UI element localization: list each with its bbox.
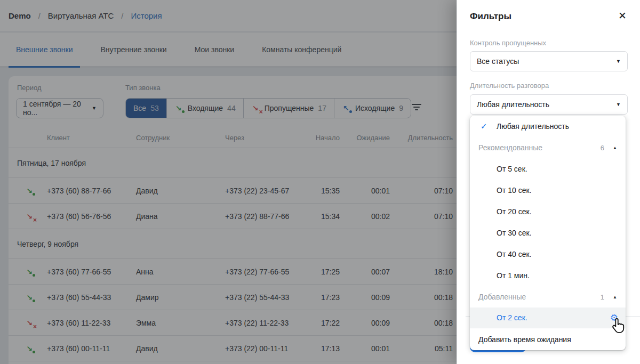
- close-icon[interactable]: ✕: [618, 11, 627, 21]
- dropdown-option[interactable]: От 20 сек.: [470, 201, 626, 222]
- dropdown-option-label: От 1 мин.: [497, 271, 530, 280]
- dropdown-option[interactable]: От 1 мин.: [470, 265, 626, 286]
- section-label: Рекомендованные: [478, 143, 542, 152]
- dropdown-option[interactable]: От 10 сек.: [470, 180, 626, 201]
- panel-title: Фильтры: [470, 11, 511, 22]
- chevron-down-icon: ▼: [616, 59, 621, 64]
- missed-control-select[interactable]: Все статусы ▼: [470, 51, 628, 71]
- collapse-icon[interactable]: ▲: [613, 145, 617, 150]
- dropdown-section-added[interactable]: Добавленные 1 ▲: [470, 286, 626, 308]
- dropdown-option-custom[interactable]: От 2 сек. ⚙: [470, 308, 626, 328]
- filters-panel: Фильтры ✕ Контроль пропущенных Все стату…: [457, 0, 640, 364]
- section-label: Добавленные: [478, 293, 526, 301]
- dropdown-option-label: От 20 сек.: [497, 207, 531, 216]
- dropdown-section-recommended[interactable]: Рекомендованные 6 ▲: [470, 137, 626, 158]
- duration-select[interactable]: Любая длительность ▼: [470, 94, 628, 115]
- add-wait-time-option[interactable]: Добавить время ожидания: [470, 328, 626, 350]
- duration-filter-label: Длительность разговора: [470, 82, 549, 90]
- collapse-icon[interactable]: ▲: [613, 295, 617, 300]
- dropdown-option[interactable]: От 5 сек.: [470, 158, 626, 180]
- missed-control-value: Все статусы: [477, 57, 519, 66]
- dropdown-option-label: От 2 сек.: [497, 313, 527, 322]
- duration-dropdown: ✓ Любая длительность Рекомендованные 6 ▲…: [470, 116, 626, 350]
- duration-value: Любая длительность: [477, 100, 549, 109]
- check-icon: ✓: [481, 122, 491, 131]
- dropdown-option-label: От 5 сек.: [497, 165, 527, 173]
- gear-icon[interactable]: ⚙: [610, 313, 618, 322]
- dropdown-option[interactable]: От 30 сек.: [470, 222, 626, 244]
- app-window: Demo / Виртуальная АТС / История Внешние…: [0, 0, 640, 364]
- section-count: 1: [601, 293, 604, 301]
- missed-control-label: Контроль пропущенных: [470, 39, 546, 47]
- dropdown-option-any-duration[interactable]: ✓ Любая длительность: [470, 116, 626, 137]
- dropdown-option-label: От 10 сек.: [497, 186, 531, 195]
- chevron-down-icon: ▼: [616, 102, 621, 107]
- dropdown-option-label: От 40 сек.: [497, 250, 531, 258]
- dropdown-option[interactable]: От 40 сек.: [470, 244, 626, 265]
- section-count: 6: [601, 144, 604, 152]
- dropdown-option-label: От 30 сек.: [497, 229, 531, 237]
- dropdown-option-label: Любая длительность: [497, 122, 569, 131]
